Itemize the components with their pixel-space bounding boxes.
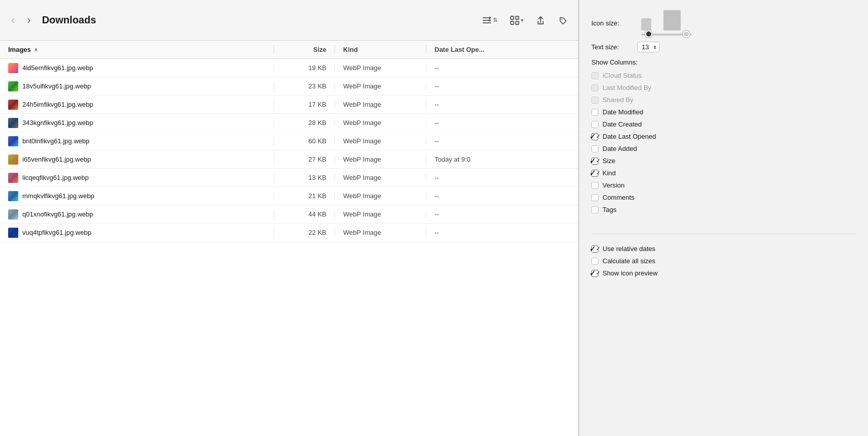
label-date_created[interactable]: Date Created [603, 120, 642, 128]
share-button[interactable] [533, 13, 548, 27]
file-kind-cell: WebP Image [335, 101, 426, 108]
list-view-button[interactable]: ⇅ [480, 13, 499, 27]
checkbox-kind[interactable]: ✓ [591, 170, 598, 177]
calculate-all-sizes-label[interactable]: Calculate all sizes [603, 257, 655, 265]
list-icon [482, 15, 492, 25]
calculate-all-sizes-checkbox[interactable] [591, 258, 598, 265]
column-row-date_modified: Date Modified [591, 108, 856, 116]
grid-dropdown-arrow: ▾ [521, 17, 523, 23]
file-icon [8, 136, 18, 146]
grid-view-button[interactable]: ▾ [508, 13, 525, 27]
file-row[interactable]: 24h5imfikvg61.jpg.webp 17 KB WebP Image … [0, 96, 578, 114]
col-header-size[interactable]: Size [274, 46, 335, 53]
label-size[interactable]: Size [603, 157, 615, 165]
file-kind-cell: WebP Image [335, 137, 426, 145]
file-name-text: vuq4tpfikvg61.jpg.webp [22, 229, 91, 236]
tag-button[interactable] [556, 13, 570, 27]
col-header-kind[interactable]: Kind [335, 46, 426, 53]
label-comments[interactable]: Comments [603, 194, 635, 201]
text-size-row: Text size: 111213141516 ⬍ [591, 42, 856, 52]
right-panel: Icon size: Text size: 1112131415 [579, 0, 868, 436]
checkbox-date_last_opened[interactable]: ✓ [591, 133, 598, 140]
label-kind[interactable]: Kind [603, 169, 616, 177]
text-size-select-wrapper: 111213141516 ⬍ [637, 42, 660, 52]
icon-size-label: Icon size: [591, 19, 637, 27]
file-row[interactable]: 4ld5emfikvg61.jpg.webp 19 KB WebP Image … [0, 59, 578, 77]
columns-list: iCloud StatusLast Modified ByShared ByDa… [591, 71, 856, 214]
file-name-cell: bnt0lnfikvg61.jpg.webp [0, 136, 274, 146]
file-name-text: i65venfikvg61.jpg.webp [22, 155, 91, 163]
window-title: Downloads [42, 14, 474, 26]
file-size-cell: 27 KB [274, 155, 335, 163]
checkbox-size[interactable]: ✓ [591, 158, 598, 165]
file-row[interactable]: bnt0lnfikvg61.jpg.webp 60 KB WebP Image … [0, 132, 578, 150]
file-size-cell: 23 KB [274, 82, 335, 90]
file-row[interactable]: i65venfikvg61.jpg.webp 27 KB WebP Image … [0, 150, 578, 169]
checkbox-tags[interactable] [591, 206, 598, 213]
file-row[interactable]: 18v5ulfikvg61.jpg.webp 23 KB WebP Image … [0, 77, 578, 96]
file-kind-cell: WebP Image [335, 64, 426, 72]
toolbar-actions: ⇅ ▾ [480, 13, 570, 27]
checkbox-date_modified[interactable] [591, 109, 598, 116]
sort-arrows: ⇅ [493, 17, 497, 23]
forward-button[interactable]: › [24, 13, 34, 28]
svg-rect-5 [511, 21, 514, 24]
file-icon [8, 118, 18, 128]
file-size-cell: 17 KB [274, 101, 335, 108]
column-row-date_added: Date Added [591, 144, 856, 153]
use-relative-dates-label[interactable]: Use relative dates [603, 245, 655, 253]
grid-icon [510, 15, 520, 25]
show-icon-preview-checkbox[interactable]: ✓ [591, 270, 598, 277]
file-date-cell: -- [426, 64, 578, 72]
svg-point-7 [561, 18, 562, 20]
svg-rect-4 [516, 16, 519, 19]
file-kind-cell: WebP Image [335, 192, 426, 200]
back-button[interactable]: ‹ [8, 13, 18, 28]
file-date-cell: -- [426, 174, 578, 181]
text-size-select[interactable]: 111213141516 [637, 42, 660, 52]
icon-size-slider[interactable] [641, 34, 692, 36]
file-size-cell: 21 KB [274, 192, 335, 200]
file-list[interactable]: 4ld5emfikvg61.jpg.webp 19 KB WebP Image … [0, 59, 578, 436]
sort-icon: ∧ [34, 47, 38, 52]
file-name-text: bnt0lnfikvg61.jpg.webp [22, 137, 89, 145]
file-row[interactable]: vuq4tpfikvg61.jpg.webp 22 KB WebP Image … [0, 224, 578, 242]
toolbar: ‹ › Downloads ⇅ [0, 0, 578, 41]
label-date_modified[interactable]: Date Modified [603, 108, 643, 116]
tag-icon [558, 15, 568, 25]
file-date-cell: Today at 9:0 [426, 155, 578, 163]
col-header-name[interactable]: Images ∧ [0, 46, 274, 53]
file-row[interactable]: 343kgnfikvg61.jpg.webp 28 KB WebP Image … [0, 114, 578, 132]
file-size-cell: 44 KB [274, 210, 335, 218]
file-name-cell: 18v5ulfikvg61.jpg.webp [0, 81, 274, 91]
label-date_last_opened[interactable]: Date Last Opened [603, 133, 656, 140]
file-icon [8, 81, 18, 91]
checkbox-comments[interactable] [591, 194, 598, 201]
label-tags[interactable]: Tags [603, 206, 616, 213]
column-row-version: Version [591, 181, 856, 190]
icon-size-control [637, 10, 692, 36]
label-version[interactable]: Version [603, 181, 624, 189]
file-date-cell: -- [426, 229, 578, 236]
show-icon-preview-label[interactable]: Show icon preview [603, 269, 657, 277]
file-icon [8, 191, 18, 201]
file-row[interactable]: mmqkvlfikvg61.jpg.webp 21 KB WebP Image … [0, 187, 578, 205]
file-name-text: mmqkvlfikvg61.jpg.webp [22, 192, 94, 200]
label-date_added[interactable]: Date Added [603, 145, 637, 152]
file-row[interactable]: q01xnofikvg61.jpg.webp 44 KB WebP Image … [0, 205, 578, 224]
file-name-cell: 24h5imfikvg61.jpg.webp [0, 100, 274, 110]
use-relative-dates-checkbox[interactable]: ✓ [591, 245, 598, 253]
checkbox-date_added[interactable] [591, 145, 598, 152]
checkbox-date_created[interactable] [591, 121, 598, 128]
checkbox-version[interactable] [591, 182, 598, 189]
file-kind-cell: WebP Image [335, 174, 426, 181]
file-name-cell: q01xnofikvg61.jpg.webp [0, 209, 274, 220]
col-header-date[interactable]: Date Last Ope... [426, 46, 578, 53]
icon-large-preview [663, 10, 681, 30]
file-icon [8, 100, 18, 110]
slider-thumb-left[interactable] [645, 30, 652, 38]
text-size-label: Text size: [591, 43, 637, 51]
file-kind-cell: WebP Image [335, 155, 426, 163]
column-row-last_modified_by: Last Modified By [591, 83, 856, 92]
file-row[interactable]: licqeqfikvg61.jpg.webp 13 KB WebP Image … [0, 169, 578, 187]
